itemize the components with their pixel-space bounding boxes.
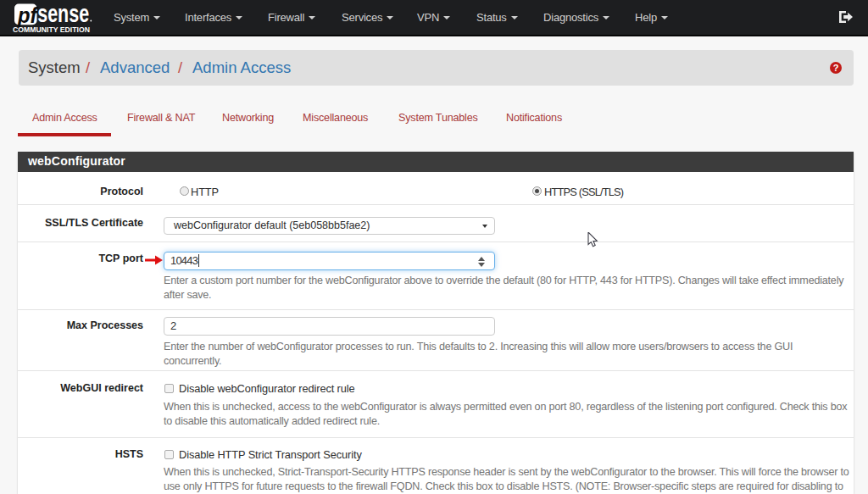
svg-text:pf: pf xyxy=(17,3,39,27)
svg-text:sense: sense xyxy=(37,0,89,27)
svg-text:COMMUNITY EDITION: COMMUNITY EDITION xyxy=(13,25,90,34)
